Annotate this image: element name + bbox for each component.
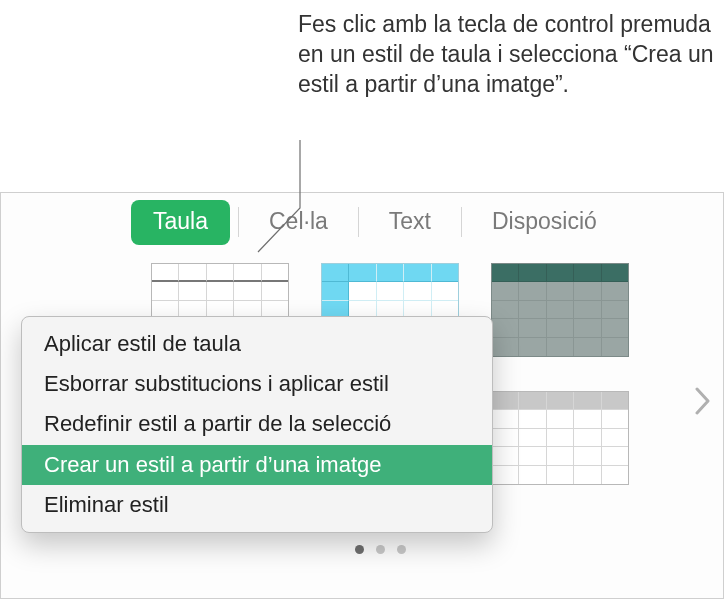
menu-item-create-from-image[interactable]: Crear un estil a partir d’una imatge xyxy=(22,445,492,485)
page-dot-3[interactable] xyxy=(397,545,406,554)
chevron-right-icon xyxy=(695,387,711,415)
menu-item-redefine-from-selection[interactable]: Redefinir estil a partir de la selecció xyxy=(22,404,492,444)
menu-item-delete-style[interactable]: Eliminar estil xyxy=(22,485,492,525)
menu-item-clear-overrides[interactable]: Esborrar substitucions i aplicar estil xyxy=(22,364,492,404)
menu-item-apply-style[interactable]: Aplicar estil de taula xyxy=(22,324,492,364)
tab-separator xyxy=(461,207,462,237)
table-style-thumbnail-6[interactable] xyxy=(491,391,629,485)
tab-taula[interactable]: Taula xyxy=(131,200,230,245)
style-pages-indicator xyxy=(355,545,406,554)
next-styles-page-button[interactable] xyxy=(689,381,717,421)
tab-text[interactable]: Text xyxy=(367,200,453,245)
page-dot-1[interactable] xyxy=(355,545,364,554)
tab-disposicio[interactable]: Disposició xyxy=(470,200,619,245)
table-style-preview xyxy=(491,263,629,357)
page-dot-2[interactable] xyxy=(376,545,385,554)
inspector-tab-bar: Taula Cel·la Text Disposició xyxy=(131,198,721,246)
table-style-thumbnail-3[interactable] xyxy=(491,263,629,357)
tab-separator xyxy=(358,207,359,237)
table-style-preview xyxy=(491,391,629,485)
tab-cel-la[interactable]: Cel·la xyxy=(247,200,350,245)
tab-separator xyxy=(238,207,239,237)
table-style-context-menu: Aplicar estil de taula Esborrar substitu… xyxy=(21,316,493,533)
annotation-callout: Fes clic amb la tecla de control premuda… xyxy=(298,10,718,100)
